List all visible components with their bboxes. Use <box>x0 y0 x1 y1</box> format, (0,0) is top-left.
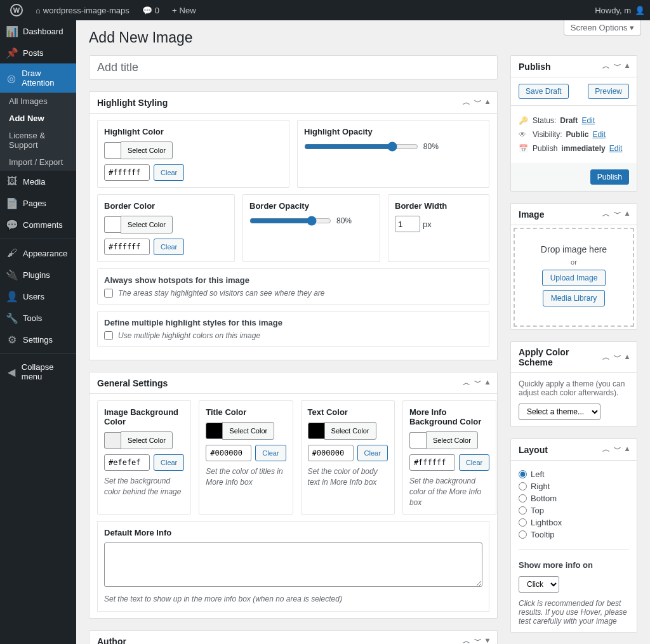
screen-options-button[interactable]: Screen Options ▾ <box>564 20 641 36</box>
comments-link[interactable]: 💬 0 <box>137 0 164 20</box>
title-input[interactable] <box>89 55 498 80</box>
sidebar-sub-addnew[interactable]: Add New <box>0 110 76 127</box>
caret-up-icon[interactable]: ▴ <box>625 444 629 455</box>
radio-input[interactable] <box>519 494 527 503</box>
clear-button[interactable]: Clear <box>154 239 184 255</box>
chevron-up-icon[interactable]: ︿ <box>602 61 610 72</box>
multi-checkbox[interactable] <box>104 331 113 340</box>
sidebar-item-media[interactable]: 🖼Media <box>0 171 76 192</box>
radio-left[interactable]: Left <box>519 470 629 479</box>
always-checkbox[interactable] <box>104 289 113 298</box>
clear-button[interactable]: Clear <box>255 445 286 461</box>
chevron-up-icon[interactable]: ︿ <box>463 378 470 388</box>
edit-visibility-link[interactable]: Edit <box>592 130 606 139</box>
box-header[interactable]: Publish︿﹀▴ <box>511 56 637 77</box>
sidebar-item-settings[interactable]: ⚙Settings <box>0 329 76 350</box>
caret-down-icon[interactable]: ▾ <box>486 636 489 644</box>
chevron-up-icon[interactable]: ︿ <box>602 444 610 455</box>
moreinfo-textarea[interactable] <box>104 542 482 587</box>
select-color-button[interactable]: Select Color <box>121 216 173 233</box>
save-draft-button[interactable]: Save Draft <box>519 84 569 99</box>
color-swatch[interactable] <box>104 142 121 159</box>
site-link[interactable]: ⌂ wordpress-image-maps <box>30 0 135 20</box>
select-color-button[interactable]: Select Color <box>324 422 376 440</box>
chevron-down-icon[interactable]: ﹀ <box>474 636 482 644</box>
sidebar-item-posts[interactable]: 📌Posts <box>0 42 76 63</box>
hex-input[interactable] <box>206 445 251 461</box>
radio-right[interactable]: Right <box>519 482 629 491</box>
opacity-slider[interactable] <box>304 141 418 152</box>
hex-input[interactable] <box>104 239 150 255</box>
sidebar-item-tools[interactable]: 🔧Tools <box>0 307 76 329</box>
sidebar-sub-allimages[interactable]: All Images <box>0 93 76 110</box>
wp-logo[interactable]: W <box>5 0 28 20</box>
drop-zone[interactable]: Drop image here or Upload Image Media Li… <box>514 228 634 327</box>
hex-input[interactable] <box>409 454 455 471</box>
sidebar-item-drawattention[interactable]: ◎Draw Attention <box>0 63 76 93</box>
sidebar-sub-import[interactable]: Import / Export <box>0 154 76 171</box>
clear-button[interactable]: Clear <box>154 164 184 181</box>
radio-input[interactable] <box>519 530 527 539</box>
sidebar-item-plugins[interactable]: 🔌Plugins <box>0 264 76 286</box>
edit-status-link[interactable]: Edit <box>581 116 595 125</box>
media-library-button[interactable]: Media Library <box>543 290 606 306</box>
caret-up-icon[interactable]: ▴ <box>486 378 489 388</box>
caret-up-icon[interactable]: ▴ <box>625 209 629 220</box>
radio-lightbox[interactable]: Lightbox <box>519 518 629 527</box>
box-header[interactable]: Highlight Styling ︿﹀▴ <box>90 92 497 114</box>
publish-button[interactable]: Publish <box>590 169 629 185</box>
sidebar-item-dashboard[interactable]: 📊Dashboard <box>0 20 76 42</box>
width-input[interactable] <box>395 216 420 232</box>
preview-button[interactable]: Preview <box>588 84 629 99</box>
radio-bottom[interactable]: Bottom <box>519 494 629 503</box>
clear-button[interactable]: Clear <box>357 445 388 461</box>
radio-tooltip[interactable]: Tooltip <box>519 530 629 539</box>
sidebar-item-comments[interactable]: 💬Comments <box>0 214 76 235</box>
select-color-button[interactable]: Select Color <box>121 431 173 449</box>
upload-image-button[interactable]: Upload Image <box>542 270 606 286</box>
box-header[interactable]: General Settings ︿﹀▴ <box>90 372 497 394</box>
hex-input[interactable] <box>104 164 150 181</box>
clear-button[interactable]: Clear <box>459 454 489 471</box>
select-color-button[interactable]: Select Color <box>426 431 478 449</box>
color-swatch[interactable] <box>104 432 121 449</box>
sidebar-sub-license[interactable]: License & Support <box>0 127 76 154</box>
box-header[interactable]: Image︿﹀▴ <box>511 204 637 225</box>
color-swatch[interactable] <box>206 423 222 439</box>
hex-input[interactable] <box>308 445 354 461</box>
radio-input[interactable] <box>519 470 527 478</box>
howdy-menu[interactable]: Howdy, m 👤 <box>595 6 645 15</box>
chevron-down-icon[interactable]: ﹀ <box>474 97 482 108</box>
chevron-up-icon[interactable]: ︿ <box>602 352 610 363</box>
chevron-down-icon[interactable]: ﹀ <box>474 378 482 388</box>
box-header[interactable]: Apply Color Scheme︿﹀▴ <box>511 342 637 373</box>
clear-button[interactable]: Clear <box>154 454 184 471</box>
radio-input[interactable] <box>519 482 527 490</box>
chevron-down-icon[interactable]: ﹀ <box>614 444 621 455</box>
chevron-down-icon[interactable]: ﹀ <box>614 61 621 72</box>
caret-up-icon[interactable]: ▴ <box>625 352 629 363</box>
color-swatch[interactable] <box>308 423 324 439</box>
sidebar-item-users[interactable]: 👤Users <box>0 286 76 307</box>
chevron-up-icon[interactable]: ︿ <box>602 209 610 220</box>
sidebar-collapse[interactable]: ◀Collapse menu <box>0 357 76 386</box>
edit-schedule-link[interactable]: Edit <box>609 144 623 153</box>
color-swatch[interactable] <box>104 216 121 233</box>
chevron-down-icon[interactable]: ﹀ <box>614 209 621 220</box>
color-swatch[interactable] <box>409 432 426 449</box>
radio-input[interactable] <box>519 518 527 527</box>
select-color-button[interactable]: Select Color <box>222 422 274 440</box>
radio-input[interactable] <box>519 506 527 515</box>
select-color-button[interactable]: Select Color <box>121 141 173 159</box>
box-header[interactable]: Layout︿﹀▴ <box>511 439 637 461</box>
sidebar-item-pages[interactable]: 📄Pages <box>0 192 76 214</box>
caret-up-icon[interactable]: ▴ <box>625 61 629 72</box>
box-header[interactable]: Author ︿﹀▾ <box>90 631 497 644</box>
theme-select[interactable]: Select a theme... <box>519 404 600 420</box>
new-link[interactable]: + New <box>167 0 201 20</box>
radio-top[interactable]: Top <box>519 506 629 515</box>
chevron-down-icon[interactable]: ﹀ <box>614 352 621 363</box>
caret-up-icon[interactable]: ▴ <box>486 97 489 108</box>
chevron-up-icon[interactable]: ︿ <box>463 636 470 644</box>
chevron-up-icon[interactable]: ︿ <box>463 97 470 108</box>
